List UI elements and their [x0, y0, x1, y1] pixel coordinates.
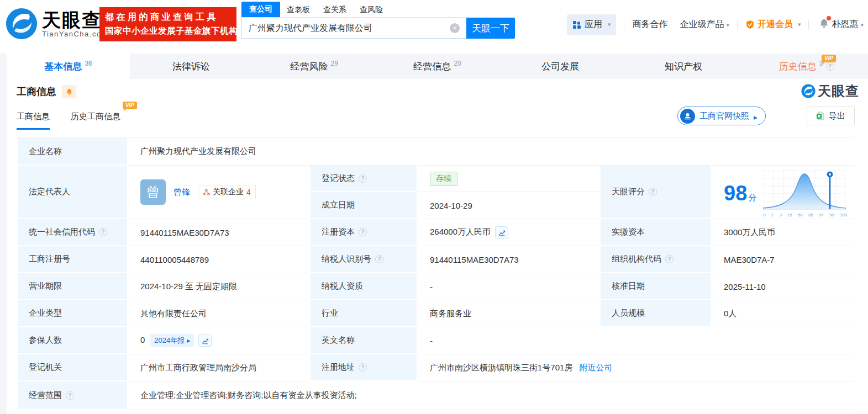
nav-enterprise-products[interactable]: 企业级产品	[680, 19, 729, 30]
field-label-staff-size: 人员规模	[599, 300, 712, 327]
vip-badge: VIP	[822, 55, 836, 62]
top-header: 天眼查 TianYanCha.com 都在用的商业查询工具 国家中小企业发展子基…	[0, 0, 868, 49]
field-label-establish-date: 成立日期	[309, 192, 418, 219]
table-row: 工商注册号 440110005448789 纳税人识别号 91440115MAE…	[17, 246, 854, 273]
watermark-swirl-icon	[801, 84, 816, 98]
business-info-section: 工商信息 天眼查 工商信息 历史工商信息 VIP	[7, 79, 868, 414]
field-value-business-term: 2024-10-29 至 无固定期限	[128, 273, 309, 300]
field-label-company-type: 企业类型	[17, 300, 128, 327]
score-distribution-chart: 01 315 5085 9799 100	[763, 169, 847, 217]
field-label-taxpayer-id: 纳税人识别号	[309, 246, 418, 273]
monitor-bell-button[interactable]	[62, 85, 76, 98]
logo-domain-text: TianYanCha.com	[42, 30, 108, 38]
help-icon[interactable]	[359, 174, 367, 183]
logo-swirl-icon	[6, 8, 38, 40]
table-row: 经营范围 企业管理;企业管理咨询;财务咨询;以自有资金从事投资活动;	[17, 381, 854, 410]
help-icon[interactable]	[99, 228, 107, 236]
clear-search-icon[interactable]	[450, 23, 460, 33]
field-label-business-scope: 经营范围	[17, 381, 128, 410]
section-title: 工商信息	[17, 85, 56, 98]
vip-badge: VIP	[123, 102, 137, 109]
nav-separator	[737, 20, 738, 29]
search-area: 查公司 查老板 查关系 查风险 天眼一下	[241, 2, 515, 39]
tab-intellectual-property[interactable]: 知识产权	[622, 54, 745, 79]
orange-bell-icon	[66, 88, 73, 95]
table-row: 企业类型 其他有限责任公司 行业 商务服务业 人员规模 0人	[17, 300, 854, 327]
field-value-taxpayer-id: 91440115MAE30D7A73	[418, 246, 599, 273]
promo-banner: 都在用的商业查询工具 国家中小企业发展子基金旗下机构	[99, 7, 236, 41]
subtab-row: 工商信息 历史工商信息 VIP 工商官网快照	[7, 100, 868, 133]
field-value-paid-capital: 3000万人民币	[712, 219, 854, 246]
field-value-approval-date: 2025-11-10	[712, 273, 854, 300]
subtab-history-business-info[interactable]: 历史工商信息 VIP	[71, 104, 120, 130]
official-snapshot-button[interactable]: 工商官网快照	[677, 107, 766, 125]
field-label-credit-code: 统一社会信用代码	[17, 219, 128, 246]
field-value-reg-address: 广州市南沙区横沥镇明珠三街1号701房 附近公司	[418, 354, 854, 381]
search-tab-boss[interactable]: 查老板	[280, 3, 317, 17]
search-input[interactable]	[241, 18, 466, 39]
annual-report-chip[interactable]: 2024年报	[150, 334, 194, 347]
insured-trend-icon[interactable]	[198, 335, 212, 347]
field-value-reg-number: 440110005448789	[128, 246, 309, 273]
legal-rep-name-link[interactable]: 曾锋	[173, 187, 190, 198]
help-icon[interactable]	[375, 255, 383, 263]
export-button[interactable]: 导出	[807, 107, 855, 125]
tianyancha-watermark: 天眼查	[801, 82, 859, 100]
field-label-industry: 行业	[309, 300, 418, 327]
capital-trend-icon[interactable]	[495, 226, 508, 238]
field-value-establish-date: 2024-10-29	[418, 192, 599, 219]
field-label-org-code: 组织机构代码	[599, 246, 712, 273]
help-icon[interactable]	[665, 255, 674, 263]
table-row: 参保人数 02024年报 英文名称 -	[17, 327, 854, 354]
field-value-reg-capital: 264000万人民币	[418, 219, 599, 246]
field-value-reg-status: 存续	[418, 166, 599, 192]
table-row: 法定代表人 曾 曾锋 关联企业 4	[17, 166, 854, 192]
stamp-icon	[680, 109, 695, 124]
search-tab-risk[interactable]: 查风险	[353, 3, 390, 17]
search-tab-relation[interactable]: 查关系	[317, 3, 353, 17]
left-gutter	[0, 54, 7, 414]
search-button[interactable]: 天眼一下	[466, 18, 515, 39]
notification-dot	[827, 16, 831, 20]
tab-basic-info[interactable]: 基本信息 36	[7, 54, 130, 79]
field-label-legal-rep: 法定代表人	[17, 166, 128, 219]
history-help-icon[interactable]	[826, 62, 834, 71]
help-icon[interactable]	[359, 363, 367, 371]
field-label-reg-number: 工商注册号	[17, 246, 128, 273]
help-icon[interactable]	[649, 188, 657, 196]
field-value-insured: 02024年报	[128, 327, 309, 354]
subtab-business-info[interactable]: 工商信息	[17, 104, 50, 130]
table-row: 登记机关 广州市工商行政管理局南沙分局 注册地址 广州市南沙区横沥镇明珠三街1号…	[17, 354, 854, 381]
field-value-tianyan-score: 98分	[712, 166, 854, 219]
apps-menu[interactable]: 应用	[567, 14, 617, 35]
tab-history-info[interactable]: VIP 历史信息 3	[745, 54, 868, 79]
nearby-companies-link[interactable]: 附近公司	[579, 363, 612, 373]
help-icon[interactable]	[359, 228, 367, 236]
open-vip-link[interactable]: 开通会员	[745, 19, 801, 30]
field-value-company-type: 其他有限责任公司	[128, 300, 309, 327]
promo-line1: 都在用的商业查询工具	[105, 12, 231, 23]
arrow-right-icon	[754, 112, 757, 121]
tab-operating-info[interactable]: 经营信息 20	[376, 54, 499, 79]
tab-company-development[interactable]: 公司发展	[499, 54, 622, 79]
field-value-credit-code: 91440115MAE30D7A73	[128, 219, 309, 246]
tianyancha-logo[interactable]: 天眼查 TianYanCha.com	[6, 8, 108, 40]
tianyancha-page: 天眼查 TianYanCha.com 都在用的商业查询工具 国家中小企业发展子基…	[0, 0, 868, 414]
field-value-business-scope: 企业管理;企业管理咨询;财务咨询;以自有资金从事投资活动;	[128, 381, 854, 410]
help-icon[interactable]	[66, 391, 74, 400]
search-tab-company[interactable]: 查公司	[241, 2, 280, 17]
tab-operating-risk[interactable]: 经营风险 29	[252, 54, 376, 79]
tab-legal-proceedings[interactable]: 法律诉讼	[130, 54, 253, 79]
promo-line2: 国家中小企业发展子基金旗下机构	[105, 25, 231, 37]
related-companies-badge[interactable]: 关联企业 4	[198, 185, 256, 199]
nav-cooperation[interactable]: 商务合作	[632, 19, 667, 30]
notifications-button[interactable]	[819, 18, 829, 31]
user-menu[interactable]: 朴恩惠	[832, 19, 864, 30]
status-badge: 存续	[430, 172, 457, 186]
field-label-company-name: 企业名称	[17, 138, 128, 166]
field-value-industry: 商务服务业	[418, 300, 599, 327]
field-label-reg-authority: 登记机关	[17, 354, 128, 381]
field-label-reg-address: 注册地址	[309, 354, 418, 381]
field-label-insured: 参保人数	[17, 327, 128, 354]
legal-rep-avatar[interactable]: 曾	[140, 179, 166, 205]
